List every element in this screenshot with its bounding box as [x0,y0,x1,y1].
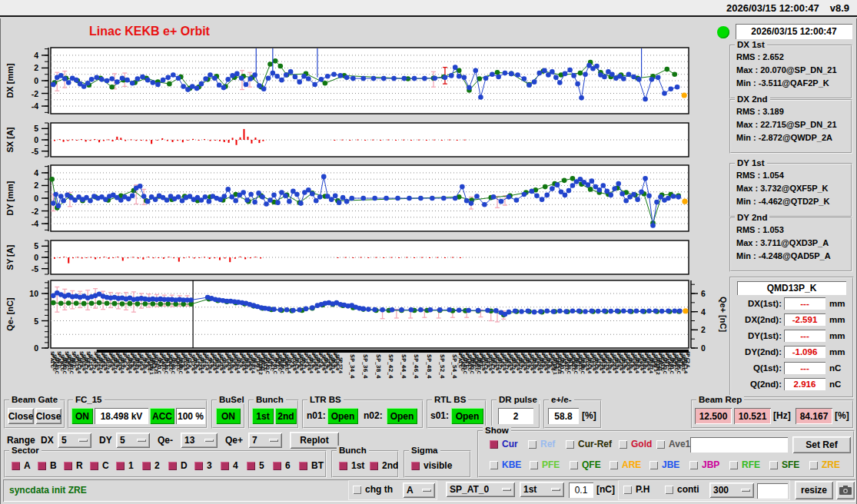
range-qem-select[interactable]: 13 [181,433,218,448]
ph-checkbox[interactable] [623,486,632,494]
chg-th-label: chg th [365,484,393,495]
checkbox-icon[interactable] [299,462,307,470]
checkbox-icon[interactable] [769,461,778,469]
svg-text:6: 6 [701,289,706,298]
checkbox-icon[interactable] [38,462,46,470]
range-qep-select[interactable]: 7 [248,433,282,448]
checkbox-icon[interactable] [370,462,378,470]
sector-checkbox-bt[interactable]: BT [299,460,324,471]
show-qfe-checkbox[interactable]: QFE [570,459,601,470]
show-cur-checkbox[interactable]: Cur [490,439,518,449]
show-are-checkbox[interactable]: ARE [610,459,641,470]
bpm-monitor-title[interactable]: QMD13P_K [737,281,846,295]
checkbox-icon[interactable] [90,462,98,470]
checkbox-icon[interactable] [649,461,658,469]
sector-checkbox-a[interactable]: A [12,460,31,471]
range-dy-select[interactable]: 5 [116,433,150,448]
beam-gate-close-1-button[interactable]: Close [8,408,34,424]
beam-gate-close-2-button[interactable]: Close [35,408,61,424]
epe-frame: e+/e- 58.8 [%] [543,400,602,429]
sector-checkbox-4[interactable]: 4 [221,460,238,471]
checkbox-icon[interactable] [142,462,151,470]
stats-box-title: DX 2nd [735,94,770,104]
checkbox-icon[interactable] [809,461,818,469]
checkbox-icon[interactable] [12,462,20,470]
checkbox-icon[interactable] [247,462,255,470]
sp-select[interactable]: SP_AT_0 [446,482,515,497]
replot-button[interactable]: Replot [290,432,339,449]
bunch-checkbox-2nd[interactable]: 2nd [370,460,398,471]
sector-checkbox-5[interactable]: 5 [247,460,264,471]
bunch-1st-button[interactable]: 1st [252,408,274,424]
show-jbp-checkbox[interactable]: JBP [689,459,719,470]
conti-checkbox[interactable] [665,486,673,494]
show-sfe-checkbox[interactable]: SFE [769,459,799,470]
sector-checkbox-2[interactable]: 2 [142,460,160,471]
sector-checkbox-3[interactable]: 3 [194,460,212,471]
ltr-n01-open-button[interactable]: Open [327,408,358,424]
checkbox-icon[interactable] [116,462,125,470]
checkbox-icon[interactable] [566,440,574,449]
checkbox-icon[interactable] [610,461,618,469]
busel-on-button[interactable]: ON [216,408,241,424]
sector-checkbox-r[interactable]: R [64,460,83,471]
count-input[interactable] [757,483,788,499]
bpm-name-label: SP_C2_4 [686,351,689,366]
svg-text:2: 2 [34,63,38,72]
npoints-select[interactable]: 300 [709,482,754,498]
checkbox-icon[interactable] [530,461,538,469]
show-jbe-checkbox[interactable]: JBE [649,459,679,470]
show-rfe-checkbox[interactable]: RFE [729,459,760,470]
checkbox-icon[interactable] [221,462,229,470]
conti-label: conti [677,484,699,495]
fc15-on-button[interactable]: ON [71,408,93,424]
checkbox-icon[interactable] [656,440,665,449]
chg-th-group: chg th A [348,480,437,500]
checkbox-icon[interactable] [619,440,627,449]
sector-checkbox-b[interactable]: B [38,460,57,471]
checkbox-icon[interactable] [168,462,177,470]
bunch-select[interactable]: 1st [520,482,564,497]
sector-checkbox-1[interactable]: 1 [116,460,134,471]
show-kbe-checkbox[interactable]: KBE [490,459,521,470]
range-dx-select[interactable]: 5 [58,433,91,448]
checkbox-label: 4 [233,460,238,471]
resize-button[interactable]: resize [795,481,833,499]
checkbox-icon[interactable] [339,462,347,470]
show-pfe-checkbox[interactable]: PFE [530,459,560,470]
checkbox-icon[interactable] [411,462,420,470]
checkbox-label: Ref [540,439,555,449]
checkbox-icon[interactable] [729,461,738,469]
checkbox-icon[interactable] [194,462,203,470]
set-ref-button[interactable]: Set Ref [792,436,851,453]
app-window: 2026/03/15 12:00:47 v8.9 Linac KEKB e+ O… [0,0,857,504]
checkbox-icon[interactable] [490,440,498,449]
fc15-acc-button[interactable]: ACC [150,408,174,424]
sigma-visible-checkbox[interactable]: visible [411,460,452,471]
stats-box-title: DY 1st [735,158,767,167]
ltr-n02-open-button[interactable]: Open [387,408,417,424]
sector-checkbox-c[interactable]: C [90,460,109,471]
snapshot-button[interactable] [836,481,855,499]
chg-th-checkbox[interactable] [353,486,361,494]
th-select[interactable]: A [403,482,435,498]
dr-pulse-field[interactable]: 2 [498,408,533,424]
checkbox-icon[interactable] [528,440,536,449]
checkbox-icon[interactable] [64,462,72,470]
sector-checkbox-d[interactable]: D [168,460,188,471]
threshold-input[interactable]: 0.1 [569,482,593,498]
checkbox-icon[interactable] [490,461,498,469]
svg-text:DX [mm]: DX [mm] [5,63,15,98]
ref-name-input[interactable] [690,437,788,453]
bunch-2nd-button[interactable]: 2nd [275,408,297,424]
rtl-s01-open-button[interactable]: Open [451,408,483,424]
show-ref-checkbox[interactable]: Ref [528,439,555,449]
checkbox-icon[interactable] [273,462,281,470]
show-cur-ref-checkbox[interactable]: Cur-Ref [566,439,612,449]
checkbox-icon[interactable] [570,461,578,469]
checkbox-icon[interactable] [689,461,698,469]
show-gold-checkbox[interactable]: Gold [619,439,652,449]
show-zre-checkbox[interactable]: ZRE [809,459,840,470]
sector-checkbox-6[interactable]: 6 [273,460,291,471]
bunch-checkbox-1st[interactable]: 1st [339,460,364,471]
